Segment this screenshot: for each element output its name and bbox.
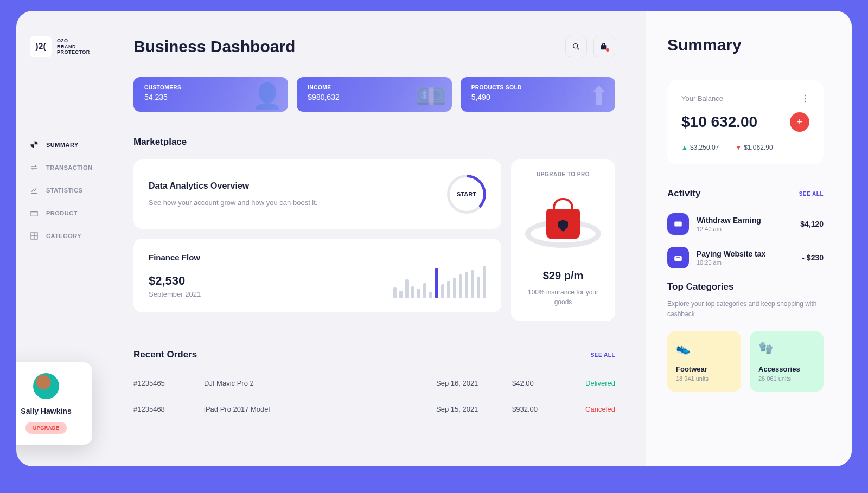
chart-bar bbox=[459, 274, 462, 298]
footwear-icon: 👟 bbox=[676, 341, 732, 355]
orders-table: #1235465 DJI Mavic Pro 2 Sep 16, 2021 $4… bbox=[133, 370, 615, 422]
search-icon bbox=[572, 42, 580, 51]
order-row[interactable]: #1235465 DJI Mavic Pro 2 Sep 16, 2021 $4… bbox=[133, 370, 615, 396]
add-balance-button[interactable]: + bbox=[790, 112, 809, 132]
marketplace-heading: Marketplace bbox=[133, 137, 615, 148]
activity-list: Withdraw Earning 12:40 am $4,120 Paying … bbox=[667, 213, 824, 268]
stat-label: PRODUCTS SOLD bbox=[471, 85, 604, 91]
notification-dot-icon bbox=[606, 48, 609, 52]
wallet-icon bbox=[667, 213, 689, 235]
pie-chart-icon bbox=[30, 140, 39, 149]
activity-name: Withdraw Earning bbox=[697, 216, 793, 225]
swap-icon bbox=[30, 163, 39, 172]
sidebar-label: CATEGORY bbox=[46, 233, 81, 239]
category-units: 18 941 units bbox=[676, 375, 732, 382]
topcat-desc: Explore your top categories and keep sho… bbox=[667, 299, 824, 319]
balance-amount: $10 632.00 bbox=[681, 113, 757, 131]
money-icon: 💵 bbox=[416, 81, 446, 111]
order-price: $932.00 bbox=[512, 405, 572, 413]
order-row[interactable]: #1235468 iPad Pro 2017 Model Sep 15, 202… bbox=[133, 396, 615, 422]
chart-bar bbox=[483, 266, 486, 298]
bag-illustration-icon bbox=[528, 191, 598, 257]
category-card-accessories[interactable]: 🧤 Accessories 26 061 units bbox=[750, 331, 824, 392]
topcat-title: Top Categories bbox=[667, 281, 824, 292]
chart-bar bbox=[435, 268, 438, 298]
sidebar-item-summary[interactable]: SUMMARY bbox=[30, 133, 103, 156]
activity-amount: $4,120 bbox=[800, 220, 824, 228]
analytics-card: Data Analytics Overview See how your acc… bbox=[133, 159, 501, 229]
order-id: #1235468 bbox=[133, 405, 204, 413]
upgrade-card[interactable]: UPGRADE TO PRO $29 p/m 100% insurance fo… bbox=[511, 159, 615, 321]
orders-see-all-link[interactable]: SEE ALL bbox=[591, 352, 615, 358]
order-status: Delivered bbox=[572, 379, 615, 387]
chart-bar bbox=[405, 279, 409, 298]
category-name: Accessories bbox=[758, 365, 815, 373]
activity-time: 10:20 am bbox=[697, 259, 794, 266]
sidebar-item-category[interactable]: CATEGORY bbox=[30, 225, 103, 247]
main-content: Business Dashboard CUSTOMERS 54,235 👤 IN… bbox=[103, 11, 646, 466]
chart-bar bbox=[465, 272, 468, 298]
user-avatar[interactable] bbox=[33, 373, 59, 399]
balance-card: Your Balance ⋮ $10 632.00 + ▲$3,250.07 ▼… bbox=[667, 80, 824, 164]
change-up: ▲$3,250.07 bbox=[681, 144, 719, 151]
balance-label: Your Balance bbox=[681, 94, 723, 103]
chart-bar bbox=[429, 292, 432, 298]
sidebar-label: STATISTICS bbox=[46, 187, 83, 194]
chart-bar bbox=[399, 291, 403, 298]
sidebar-label: TRANSACTION bbox=[46, 164, 93, 171]
chart-bar bbox=[477, 277, 480, 298]
chart-line-icon bbox=[30, 186, 39, 195]
chart-bar bbox=[447, 281, 450, 298]
sidebar-item-statistics[interactable]: STATISTICS bbox=[30, 179, 103, 202]
order-product: iPad Pro 2017 Model bbox=[204, 405, 436, 413]
order-product: DJI Mavic Pro 2 bbox=[204, 379, 436, 387]
finance-card: Finance Flow $2,530 September 2021 bbox=[133, 239, 501, 312]
page-title: Business Dashboard bbox=[133, 37, 295, 56]
chart-bar bbox=[417, 289, 420, 298]
chart-bar bbox=[393, 287, 397, 298]
activity-time: 12:40 am bbox=[697, 226, 793, 232]
summary-title: Summary bbox=[667, 36, 824, 54]
stat-card-sold[interactable]: PRODUCTS SOLD 5,490 ⬆ bbox=[461, 77, 615, 112]
accessories-icon: 🧤 bbox=[758, 341, 815, 355]
category-name: Footwear bbox=[676, 365, 732, 373]
cart-button[interactable] bbox=[593, 36, 615, 57]
svg-rect-4 bbox=[674, 256, 682, 261]
activity-title: Activity bbox=[667, 188, 700, 199]
triangle-up-icon: ▲ bbox=[681, 144, 688, 151]
stat-value: 5,490 bbox=[471, 93, 604, 101]
chart-bar bbox=[453, 278, 456, 298]
wallet-icon bbox=[667, 247, 689, 268]
upgrade-desc: 100% insurance for your goods bbox=[521, 287, 605, 307]
sidebar-item-transaction[interactable]: TRANSACTION bbox=[30, 156, 103, 179]
orders-title: Recent Orders bbox=[133, 349, 197, 360]
grid-icon bbox=[30, 232, 39, 240]
svg-rect-3 bbox=[674, 222, 682, 227]
activity-item[interactable]: Paying Website tax 10:20 am - $230 bbox=[667, 247, 824, 268]
finance-title: Finance Flow bbox=[149, 253, 201, 262]
activity-item[interactable]: Withdraw Earning 12:40 am $4,120 bbox=[667, 213, 824, 235]
activity-name: Paying Website tax bbox=[697, 249, 794, 258]
upgrade-price: $29 p/m bbox=[521, 270, 605, 282]
analytics-title: Data Analytics Overview bbox=[149, 181, 317, 192]
activity-see-all-link[interactable]: SEE ALL bbox=[799, 191, 824, 197]
user-crown-icon: 👤 bbox=[252, 81, 283, 111]
stat-card-income[interactable]: INCOME $980,632 💵 bbox=[297, 77, 451, 112]
menu-dots-icon[interactable]: ⋮ bbox=[801, 93, 809, 104]
upgrade-button[interactable]: UPGRADE bbox=[25, 422, 67, 434]
sidebar-item-product[interactable]: PRODUCT bbox=[30, 202, 103, 225]
order-id: #1235465 bbox=[133, 379, 204, 387]
summary-panel: Summary Your Balance ⋮ $10 632.00 + ▲$3,… bbox=[646, 11, 852, 466]
order-date: Sep 15, 2021 bbox=[436, 405, 512, 413]
svg-rect-0 bbox=[31, 212, 37, 216]
activity-amount: - $230 bbox=[802, 253, 824, 262]
start-button[interactable]: START bbox=[447, 175, 486, 214]
brand-logo: )2( O2O BRAND PROTECTOR bbox=[30, 36, 103, 57]
change-down: ▼$1,062.90 bbox=[735, 144, 773, 151]
search-button[interactable] bbox=[565, 36, 587, 57]
stat-card-customers[interactable]: CUSTOMERS 54,235 👤 bbox=[133, 77, 288, 112]
finance-value: $2,530 bbox=[149, 274, 201, 288]
svg-point-2 bbox=[573, 44, 578, 48]
analytics-desc: See how your account grow and how you ca… bbox=[149, 197, 317, 208]
category-card-footwear[interactable]: 👟 Footwear 18 941 units bbox=[667, 331, 741, 392]
